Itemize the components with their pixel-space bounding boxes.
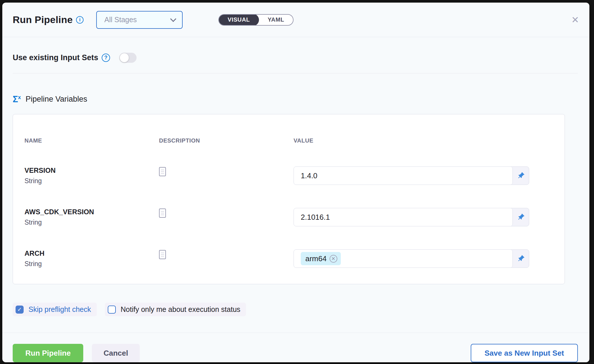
toggle-knob [120, 53, 129, 62]
close-icon[interactable]: ✕ [571, 15, 579, 24]
table-header: NAME DESCRIPTION VALUE [24, 137, 553, 144]
variable-name: VERSION [24, 166, 159, 175]
description-icon[interactable] [159, 167, 166, 176]
pin-icon [517, 255, 525, 263]
variable-type: String [24, 260, 159, 268]
col-value: VALUE [294, 137, 553, 144]
input-sets-label: Use existing Input Sets [13, 53, 98, 62]
description-icon[interactable] [159, 208, 166, 218]
pin-icon [517, 213, 525, 221]
run-pipeline-modal: Run Pipeline i All Stages VISUAL YAML ✕ … [2, 3, 589, 362]
variable-type: String [24, 219, 159, 226]
pipeline-variables-heading: Σx Pipeline Variables [13, 95, 578, 104]
info-icon[interactable]: i [76, 16, 84, 24]
remove-tag-icon[interactable]: ✕ [330, 255, 337, 263]
tag-label: arm64 [305, 254, 327, 263]
notify-only-me-checkbox[interactable]: Notify only me about execution status [105, 303, 246, 316]
col-name: NAME [24, 137, 159, 144]
input-sets-toggle[interactable] [119, 53, 137, 63]
input-sets-row: Use existing Input Sets ? [13, 53, 578, 63]
run-pipeline-button[interactable]: Run Pipeline [13, 344, 83, 362]
checkbox-label: Notify only me about execution status [121, 305, 241, 314]
table-row: VERSION String 1.4.0 [24, 166, 553, 185]
save-as-new-input-set-button[interactable]: Save as New Input Set [471, 344, 578, 362]
variable-name: ARCH [24, 249, 159, 257]
skip-preflight-checkbox[interactable]: ✓ Skip preflight check [13, 303, 97, 316]
variable-type: String [24, 177, 159, 185]
pin-button[interactable] [513, 250, 529, 268]
pin-button[interactable] [513, 208, 529, 226]
modal-body: Use existing Input Sets ? Σx Pipeline Va… [2, 37, 589, 322]
checkbox-label: Skip preflight check [29, 305, 91, 314]
divider [13, 73, 578, 73]
variable-value-input[interactable]: arm64 ✕ [294, 250, 513, 268]
section-title: Pipeline Variables [26, 95, 87, 104]
tab-visual[interactable]: VISUAL [218, 14, 259, 26]
sigma-icon: Σx [13, 95, 21, 104]
value-group: 1.4.0 [294, 166, 529, 185]
variable-value-input[interactable]: 1.4.0 [294, 167, 513, 185]
variables-card: NAME DESCRIPTION VALUE VERSION String 1.… [13, 114, 565, 284]
value-group: arm64 ✕ [294, 249, 529, 268]
value-tag: arm64 ✕ [301, 252, 341, 265]
help-icon[interactable]: ? [102, 54, 110, 62]
cancel-button[interactable]: Cancel [92, 344, 139, 362]
view-toggle: VISUAL YAML [218, 14, 293, 26]
variable-value-input[interactable]: 2.1016.1 [294, 208, 513, 226]
checkbox-unchecked-icon[interactable] [108, 306, 116, 314]
value-group: 2.1016.1 [294, 208, 529, 226]
description-icon[interactable] [159, 250, 166, 259]
col-description: DESCRIPTION [159, 137, 294, 144]
variable-name: AWS_CDK_VERSION [24, 208, 159, 216]
stage-select[interactable]: All Stages [96, 11, 183, 29]
tab-yaml[interactable]: YAML [259, 14, 293, 26]
modal-header: Run Pipeline i All Stages VISUAL YAML ✕ [2, 3, 589, 37]
pin-icon [517, 172, 525, 180]
execution-options: ✓ Skip preflight check Notify only me ab… [13, 303, 578, 316]
checkbox-checked-icon[interactable]: ✓ [16, 306, 24, 314]
page-title: Run Pipeline [13, 14, 73, 25]
modal-footer: Run Pipeline Cancel Save as New Input Se… [2, 333, 589, 362]
stage-select-value: All Stages [104, 16, 137, 24]
pin-button[interactable] [513, 167, 529, 185]
chevron-down-icon [170, 16, 176, 22]
table-row: AWS_CDK_VERSION String 2.1016.1 [24, 208, 553, 226]
table-row: ARCH String arm64 ✕ [24, 249, 553, 268]
